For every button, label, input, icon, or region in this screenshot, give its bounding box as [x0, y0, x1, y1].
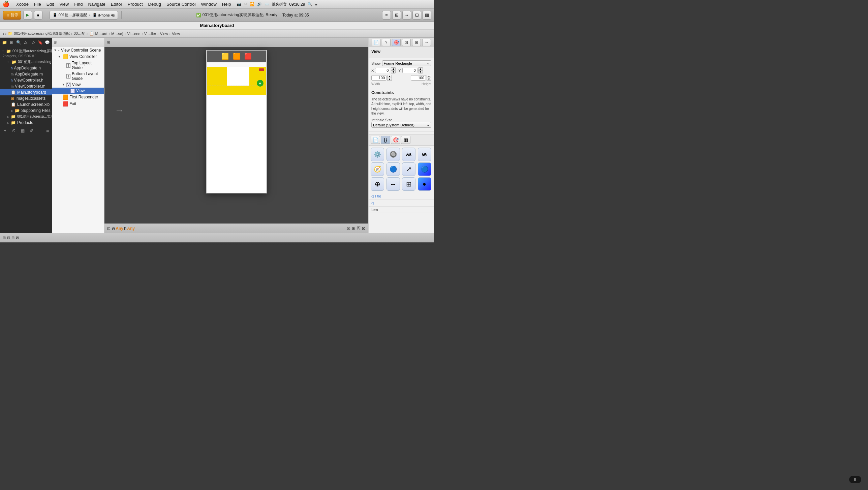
y-stepper[interactable]: ▲ ▼ — [418, 67, 423, 73]
pager-back-item[interactable]: ◁ — [369, 200, 434, 207]
nav-images-xcassets[interactable]: ⊞ Images.xcassets — [0, 95, 52, 101]
intrinsic-dropdown[interactable]: Default (System Defined) ⌄ — [371, 122, 431, 128]
apple-menu[interactable]: 🍎 — [3, 1, 9, 7]
menu-navigate[interactable]: Navigate — [88, 2, 105, 7]
run-button[interactable]: ▶ — [23, 11, 32, 20]
height-input[interactable] — [411, 75, 426, 81]
breadcrumb-item-2[interactable]: M…ard — [95, 32, 107, 36]
lib-item-11[interactable]: ● — [418, 177, 431, 191]
canvas-size-button[interactable]: ⇱ — [357, 226, 361, 231]
menu-window[interactable]: Window — [201, 2, 217, 7]
breadcrumb-item-6[interactable]: View — [160, 32, 168, 36]
nav-tests-group[interactable]: ▶ 📁 001使用autoresizi…实现屏幕适配Tests — [0, 114, 52, 120]
menu-source-control[interactable]: Source Control — [166, 2, 196, 7]
status-split-button[interactable]: ⊡ — [7, 236, 10, 240]
layout-toggle-button[interactable]: ⊞ — [392, 11, 401, 20]
lib-item-2[interactable]: Aa — [402, 148, 415, 161]
height-stepper[interactable]: ▲ ▼ — [427, 75, 431, 81]
outline-first-responder[interactable]: 🟧 First Responder — [52, 94, 104, 100]
breadcrumb-item-1[interactable]: 00…配 — [74, 31, 85, 36]
width-input[interactable] — [371, 75, 386, 81]
lib-item-4[interactable]: 🧭 — [371, 162, 384, 176]
lib-item-1[interactable]: 🔘 — [386, 148, 400, 161]
menu-editor[interactable]: Editor — [111, 2, 122, 7]
outline-view-parent[interactable]: ▼ V View — [52, 82, 104, 88]
status-grid-button[interactable]: ⊞ — [3, 236, 6, 240]
canvas-zoom-out[interactable]: ⊡ — [107, 226, 111, 231]
nav-refresh-button[interactable]: ↺ — [28, 127, 35, 134]
media-lib-tab[interactable]: ▦ — [401, 136, 410, 144]
nav-project-item[interactable]: ▼ 📁 001使用autoresizing屏幕适配 — [0, 47, 52, 54]
nav-supporting-files[interactable]: ▶ 📂 Supporting Files — [0, 108, 52, 114]
menu-find[interactable]: Find — [74, 2, 83, 7]
nav-folder-button[interactable]: 📁 — [1, 39, 8, 46]
y-step-down[interactable]: ▼ — [418, 70, 423, 73]
nav-main-storyboard[interactable]: 📋 Main.storyboard — [0, 89, 52, 95]
breadcrumb-project[interactable]: 001使用autoresizing实现屏幕适配 — [14, 31, 70, 36]
object-lib-tab[interactable]: 🎯 — [391, 136, 400, 144]
breadcrumb-item-4[interactable]: Vi…ene — [127, 32, 140, 36]
view-disclosure[interactable]: ▼ — [62, 83, 65, 86]
vc-disclosure[interactable]: ▼ — [58, 55, 61, 58]
file-inspector-tab[interactable]: 📄 — [372, 39, 380, 46]
scheme-selector[interactable]: 📱 001使…屏幕适配 › 📱 iPhone 4s — [50, 11, 118, 20]
lib-item-5[interactable]: 🔵 — [386, 162, 400, 176]
nav-bookmark-button[interactable]: 🔖 — [37, 39, 43, 46]
size-class-indicator[interactable]: w Any h Any — [112, 226, 135, 231]
show-dropdown[interactable]: Frame Rectangle ⌄ — [382, 60, 431, 66]
status-expand-button[interactable]: ⊠ — [16, 236, 19, 240]
nav-grid2-button[interactable]: ▦ — [19, 127, 26, 134]
outline-top-layout[interactable]: T Top Layout Guide — [52, 60, 104, 71]
nav-warning-button[interactable]: ⚠ — [23, 39, 29, 46]
nav-comment-button[interactable]: 💬 — [44, 39, 51, 46]
outline-view-child[interactable]: V View — [52, 88, 104, 94]
lib-item-8[interactable]: ⊕ — [371, 177, 384, 191]
x-step-down[interactable]: ▼ — [391, 70, 396, 73]
green-plus-button[interactable]: + — [257, 80, 264, 87]
lib-item-7[interactable]: 🔵 — [418, 162, 431, 176]
nav-products-group[interactable]: ▶ 📁 Products — [0, 120, 52, 126]
w-step-down[interactable]: ▼ — [387, 78, 392, 81]
nav-add-button[interactable]: + — [1, 127, 9, 134]
menu-edit[interactable]: Edit — [46, 2, 54, 7]
menu-xcode[interactable]: Xcode — [16, 2, 29, 7]
assistant-toggle-button[interactable]: ↔ — [402, 11, 411, 20]
canvas-fit-button[interactable]: ⊞ — [107, 40, 110, 44]
attributes-inspector-tab[interactable]: ⊡ — [402, 39, 411, 46]
h-step-up[interactable]: ▲ — [427, 75, 431, 78]
w-step-up[interactable]: ▲ — [387, 75, 392, 78]
inspector-toggle-button[interactable]: ▦ — [423, 11, 431, 20]
group-disclosure[interactable]: ▼ — [7, 60, 10, 64]
pause-button[interactable]: ⏸ 暂停 — [3, 11, 21, 20]
menu-help[interactable]: Help — [222, 2, 231, 7]
code-snippet-tab[interactable]: {} — [381, 136, 390, 144]
lib-item-10[interactable]: ⊞ — [402, 177, 415, 191]
canvas-zoom-button[interactable]: ⊞ — [352, 226, 355, 231]
navigator-toggle-button[interactable]: ≡ — [382, 11, 391, 20]
size-inspector-tab[interactable]: ⊞ — [412, 39, 421, 46]
breadcrumb-nav-forward[interactable]: › — [5, 32, 7, 36]
breadcrumb-nav-back[interactable]: ‹ — [3, 32, 4, 36]
nav-viewcontroller-h[interactable]: h ViewController.h — [0, 77, 52, 83]
y-step-up[interactable]: ▲ — [418, 67, 423, 70]
outline-grid-icon[interactable]: ⊞ — [54, 40, 57, 44]
breadcrumb-item-5[interactable]: Vi…ller — [144, 32, 156, 36]
pager-item-label[interactable]: Item — [369, 207, 434, 213]
nav-appdelegate-h[interactable]: h AppDelegate.h — [0, 65, 52, 71]
nav-diamond-button[interactable]: ◇ — [30, 39, 36, 46]
products-disclosure[interactable]: ▶ — [7, 121, 9, 125]
menu-file[interactable]: File — [34, 2, 41, 7]
project-disclosure[interactable]: ▼ — [1, 49, 5, 53]
supporting-disclosure[interactable]: ▶ — [11, 109, 13, 113]
storyboard-canvas[interactable]: ⊞ → 🟨 🟧 🟥 — [104, 38, 368, 233]
vc-scene-disclosure[interactable]: ▼ — [54, 49, 57, 52]
status-3col-button[interactable]: ⊟ — [11, 236, 14, 240]
lib-item-3[interactable]: ≋ — [418, 148, 431, 161]
lib-item-6[interactable]: ⤢ — [402, 162, 415, 176]
nav-search-button[interactable]: 🔍 — [16, 39, 22, 46]
quick-help-tab[interactable]: ? — [382, 39, 391, 46]
nav-appdelegate-m[interactable]: m AppDelegate.m — [0, 71, 52, 77]
version-editor-button[interactable]: ⊡ — [412, 11, 421, 20]
width-stepper[interactable]: ▲ ▼ — [387, 75, 392, 81]
nav-clock-button[interactable]: ⏱ — [10, 127, 18, 134]
